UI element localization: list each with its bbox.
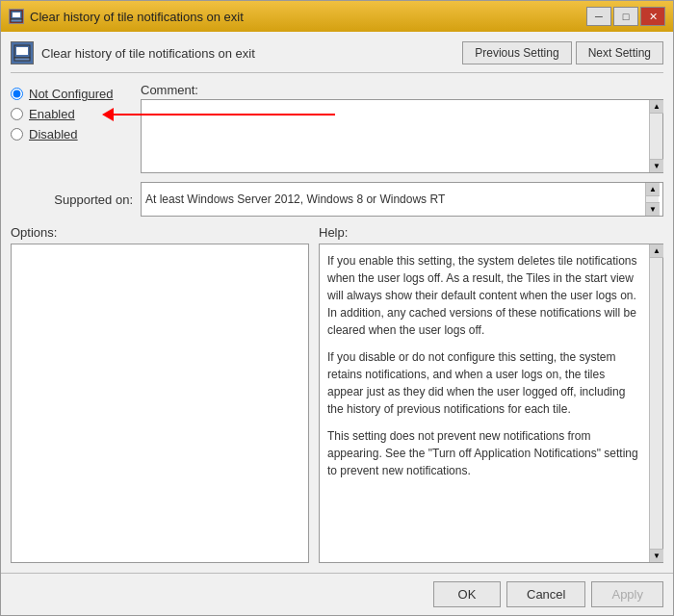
apply-button[interactable]: Apply [591,581,663,607]
title-bar: Clear history of tile notifications on e… [1,1,673,32]
radio-comment-section: Not Configured Enabled Disabled [11,81,663,173]
window-icon [9,9,24,24]
svg-rect-2 [13,13,20,17]
radio-enabled[interactable]: Enabled [11,107,141,121]
radio-not-configured[interactable]: Not Configured [11,87,141,101]
cancel-button[interactable]: Cancel [506,581,585,607]
content-area: Clear history of tile notifications on e… [1,32,673,573]
header-icon [11,41,34,64]
minimize-button[interactable]: ─ [586,7,611,26]
svg-rect-5 [16,47,28,55]
radio-not-configured-label: Not Configured [29,87,113,101]
radio-disabled-label: Disabled [29,127,78,141]
svg-rect-1 [11,19,22,22]
scroll-up-arrow[interactable]: ▲ [650,100,663,114]
footer: OK Cancel Apply [1,573,673,615]
help-scroll-down[interactable]: ▼ [650,549,663,562]
next-setting-button[interactable]: Next Setting [576,41,663,64]
help-scroll-up[interactable]: ▲ [650,244,663,258]
bottom-panels: Options: Help: If you enable this settin… [11,225,663,563]
previous-setting-button[interactable]: Previous Setting [462,41,571,64]
options-title: Options: [11,225,309,240]
ok-button[interactable]: OK [433,581,501,607]
help-paragraph-3: This setting does not prevent new notifi… [327,427,641,479]
help-title: Help: [319,225,663,240]
supported-label: Supported on: [11,192,141,207]
help-paragraph-1: If you enable this setting, the system d… [327,252,641,339]
title-bar-controls: ─ □ ✕ [586,7,665,26]
window-title: Clear history of tile notifications on e… [30,10,244,24]
comment-textarea[interactable] [142,100,649,172]
supported-value: At least Windows Server 2012, Windows 8 … [145,192,645,206]
options-content [11,244,309,563]
help-scrollbar[interactable]: ▲ ▼ [649,244,662,562]
supported-scroll-down[interactable]: ▼ [646,202,660,216]
supported-scrollbar[interactable]: ▲ ▼ [645,183,659,216]
header-buttons: Previous Setting Next Setting [462,41,663,64]
supported-row: Supported on: At least Windows Server 20… [11,181,663,218]
comment-scrollbar[interactable]: ▲ ▼ [649,100,662,172]
maximize-button[interactable]: □ [613,7,638,26]
svg-rect-4 [14,58,30,61]
supported-scroll-up[interactable]: ▲ [646,183,660,196]
help-paragraph-2: If you disable or do not configure this … [327,348,641,418]
header-title: Clear history of tile notifications on e… [41,46,255,61]
help-content-wrapper: If you enable this setting, the system d… [319,244,663,563]
radio-area: Not Configured Enabled Disabled [11,81,141,173]
scroll-down-arrow[interactable]: ▼ [650,159,663,172]
supported-value-wrapper: At least Windows Server 2012, Windows 8 … [141,182,663,217]
radio-enabled-input[interactable] [11,108,23,120]
main-window: Clear history of tile notifications on e… [0,0,674,616]
header-section: Clear history of tile notifications on e… [11,41,663,73]
close-button[interactable]: ✕ [640,7,665,26]
comment-label: Comment: [141,81,198,97]
radio-enabled-label: Enabled [29,107,75,121]
radio-disabled-input[interactable] [11,128,23,141]
radio-disabled[interactable]: Disabled [11,127,141,141]
help-text: If you enable this setting, the system d… [320,244,649,562]
comment-textarea-wrapper: ▲ ▼ [141,99,663,173]
options-panel: Options: [11,225,309,563]
header-left: Clear history of tile notifications on e… [11,41,255,64]
title-bar-left: Clear history of tile notifications on e… [9,9,244,24]
comment-section: Comment: ▲ ▼ [141,81,663,173]
help-panel: Help: If you enable this setting, the sy… [319,225,663,563]
radio-not-configured-input[interactable] [11,88,23,100]
